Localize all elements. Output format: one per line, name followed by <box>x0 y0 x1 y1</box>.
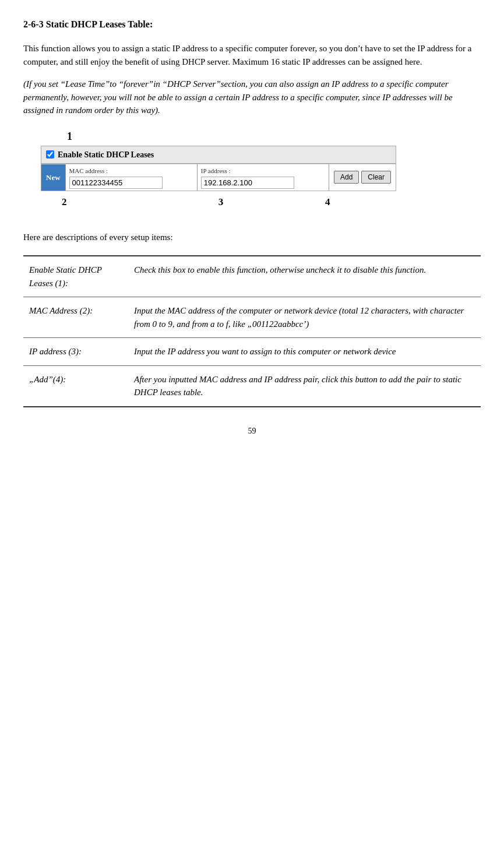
page-number: 59 <box>23 425 481 437</box>
enable-static-label: Enable Static DHCP Leases <box>58 149 154 161</box>
term-cell: „Add”(4): <box>23 365 128 407</box>
table-row: IP address (3):Input the IP address you … <box>23 338 481 366</box>
term-cell: MAC Address (2): <box>23 297 128 338</box>
new-button[interactable]: New <box>41 164 66 191</box>
diagram-section: 1 Enable Static DHCP Leases New MAC addr… <box>23 129 481 210</box>
page-title: 2-6-3 Static DHCP Leases Table: <box>23 17 481 31</box>
table-row: „Add”(4):After you inputted MAC address … <box>23 365 481 407</box>
term-cell: IP address (3): <box>23 338 128 366</box>
ip-address-cell: IP address : <box>198 164 329 191</box>
diagram-numbers-row: 2 3 4 <box>41 195 396 210</box>
mac-address-label: MAC address : <box>69 166 108 176</box>
action-buttons: Add Clear <box>329 168 396 186</box>
note-paragraph: (If you set “Lease Time”to “forever”in “… <box>23 78 481 117</box>
ip-address-label: IP address : <box>201 166 231 176</box>
description-table: Enable Static DHCP Leases (1):Check this… <box>23 255 481 407</box>
table-row: MAC Address (2):Input the MAC address of… <box>23 297 481 338</box>
dhcp-leases-table: Enable Static DHCP Leases New MAC addres… <box>41 146 396 192</box>
add-button[interactable]: Add <box>334 171 359 184</box>
desc-cell: Input the IP address you want to assign … <box>128 338 481 366</box>
dhcp-header-row: Enable Static DHCP Leases <box>41 146 396 164</box>
mac-address-input[interactable] <box>69 177 163 189</box>
intro-paragraph: This function allows you to assign a sta… <box>23 42 481 68</box>
diagram-label-2: 2 <box>62 195 218 210</box>
term-cell: Enable Static DHCP Leases (1): <box>23 256 128 297</box>
desc-cell: Input the MAC address of the computer or… <box>128 297 481 338</box>
dhcp-input-row: New MAC address : IP address : Add Clear <box>41 164 396 191</box>
diagram-label-3: 3 <box>218 195 325 210</box>
desc-cell: Check this box to enable this function, … <box>128 256 481 297</box>
enable-static-checkbox[interactable] <box>46 150 54 159</box>
table-row: Enable Static DHCP Leases (1):Check this… <box>23 256 481 297</box>
clear-button[interactable]: Clear <box>361 171 391 184</box>
desc-cell: After you inputted MAC address and IP ad… <box>128 365 481 407</box>
diagram-label-4: 4 <box>325 195 396 210</box>
diagram-label-1: 1 <box>67 129 481 145</box>
ip-address-input[interactable] <box>201 177 294 189</box>
description-intro: Here are descriptions of every setup ite… <box>23 231 481 244</box>
mac-address-cell: MAC address : <box>66 164 198 191</box>
